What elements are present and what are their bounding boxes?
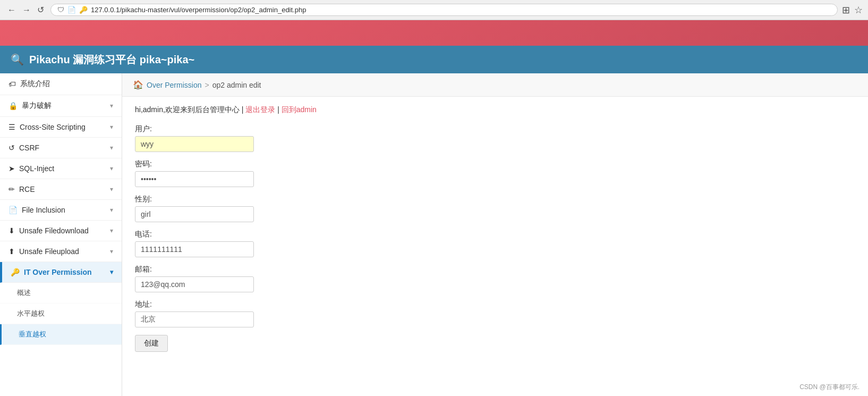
top-stripe (0, 20, 868, 46)
lock-icon: 🔑 (79, 6, 88, 14)
home-icon: 🏠 (133, 80, 143, 90)
logout-link[interactable]: 退出登录 (245, 105, 275, 114)
content-area: 🏠 Over Permission > op2 admin edit hi,ad… (122, 73, 868, 396)
csrf-icon: ↺ (8, 144, 15, 152)
sidebar-label-rce: RCE (19, 185, 35, 193)
chevron-down-icon-xss: ▾ (110, 123, 113, 131)
chevron-down-icon-ul: ▾ (110, 248, 113, 255)
sidebar-item-intro[interactable]: 🏷 系统介绍 (0, 73, 122, 95)
welcome-text: hi,admin,欢迎来到后台管理中心 | 退出登录 | 回到admin (135, 105, 855, 115)
sidebar-label-fileinclusion: File Inclusion (22, 206, 65, 214)
file-icon: 📄 (8, 206, 18, 214)
sidebar-item-filedownload[interactable]: ⬇ Unsafe Filedownload ▾ (0, 221, 122, 241)
refresh-button[interactable]: ↺ (35, 4, 46, 16)
sidebar-item-fileupload[interactable]: ⬆ Unsafe Fileupload ▾ (0, 241, 122, 262)
xss-icon: ☰ (8, 123, 15, 131)
qr-icon[interactable]: ⊞ (842, 4, 850, 16)
tag-icon: 🏷 (8, 80, 16, 88)
upload-icon: ⬆ (8, 247, 15, 256)
address-input[interactable] (135, 311, 254, 327)
shield-icon: 🛡 (57, 6, 64, 14)
email-group: 邮箱: (135, 265, 855, 292)
sub-label-overview: 概述 (17, 289, 31, 297)
chevron-down-icon-csrf: ▾ (110, 144, 113, 151)
main-layout: 🏷 系统介绍 🔒 暴力破解 ▾ ☰ Cross-Site Scripting ▾… (0, 73, 868, 396)
app-title: Pikachu 漏洞练习平台 pika~pika~ (29, 53, 194, 67)
breadcrumb-parent[interactable]: Over Permission (147, 81, 201, 89)
sidebar-label-fileupload: Unsafe Fileupload (19, 247, 79, 256)
user-input[interactable] (135, 136, 254, 152)
sidebar: 🏷 系统介绍 🔒 暴力破解 ▾ ☰ Cross-Site Scripting ▾… (0, 73, 122, 396)
address-label: 地址: (135, 300, 855, 309)
app-header: 🔍 Pikachu 漏洞练习平台 pika~pika~ (0, 46, 868, 73)
back-admin-link[interactable]: 回到admin (282, 105, 317, 114)
welcome-separator: | (277, 105, 279, 114)
sidebar-label-xss: Cross-Site Scripting (20, 123, 86, 131)
chevron-down-icon-sql: ▾ (110, 165, 113, 172)
key-icon: 🔑 (11, 268, 20, 276)
address-group: 地址: (135, 300, 855, 327)
browser-actions: ⊞ ☆ (842, 4, 863, 16)
sidebar-label-sqlinject: SQL-Inject (19, 164, 54, 173)
download-icon: ⬇ (8, 226, 15, 235)
gender-label: 性别: (135, 195, 855, 204)
sidebar-sub-item-vertical[interactable]: 垂直越权 (0, 324, 122, 345)
sidebar-item-xss[interactable]: ☰ Cross-Site Scripting ▾ (0, 117, 122, 138)
phone-label: 电话: (135, 230, 855, 239)
nav-buttons: ← → ↺ (5, 4, 46, 16)
forward-button[interactable]: → (20, 4, 33, 16)
email-label: 邮箱: (135, 265, 855, 274)
submit-button[interactable]: 创建 (135, 335, 168, 352)
phone-input[interactable] (135, 241, 254, 257)
phone-group: 电话: (135, 230, 855, 257)
chevron-down-icon-rce: ▾ (110, 186, 113, 193)
welcome-static: hi,admin,欢迎来到后台管理中心 | (135, 105, 245, 114)
sidebar-sub-item-overview[interactable]: 概述 (0, 283, 122, 304)
breadcrumb-current: op2 admin edit (212, 81, 261, 89)
password-label: 密码: (135, 159, 855, 169)
sidebar-label-bruteforce: 暴力破解 (22, 101, 52, 111)
password-input[interactable] (135, 171, 254, 187)
sidebar-sub-item-horizontal[interactable]: 水平越权 (0, 304, 122, 324)
sub-label-horizontal: 水平越权 (17, 309, 45, 317)
sidebar-label-csrf: CSRF (19, 144, 39, 152)
back-button[interactable]: ← (5, 4, 18, 16)
password-group: 密码: (135, 159, 855, 187)
sidebar-item-fileinclusion[interactable]: 📄 File Inclusion ▾ (0, 200, 122, 221)
gender-input[interactable] (135, 206, 254, 222)
sidebar-label-intro: 系统介绍 (20, 79, 50, 89)
chevron-down-icon-dl: ▾ (110, 227, 113, 234)
email-input[interactable] (135, 276, 254, 292)
chevron-down-icon-op: ▾ (110, 268, 113, 276)
rce-icon: ✏ (8, 185, 15, 193)
sidebar-item-sqlinject[interactable]: ➤ SQL-Inject ▾ (0, 158, 122, 179)
breadcrumb: 🏠 Over Permission > op2 admin edit (122, 73, 868, 97)
chevron-down-icon-file: ▾ (110, 206, 113, 214)
user-group: 用户: (135, 124, 855, 152)
address-bar[interactable]: 🛡 📄 🔑 127.0.0.1/pikachu-master/vul/overp… (50, 4, 838, 16)
browser-chrome: ← → ↺ 🛡 📄 🔑 127.0.0.1/pikachu-master/vul… (0, 0, 868, 20)
sidebar-item-csrf[interactable]: ↺ CSRF ▾ (0, 138, 122, 158)
sql-icon: ➤ (8, 164, 15, 173)
user-label: 用户: (135, 124, 855, 134)
gender-group: 性别: (135, 195, 855, 222)
breadcrumb-separator: > (205, 81, 209, 89)
sidebar-item-rce[interactable]: ✏ RCE ▾ (0, 179, 122, 200)
sub-label-vertical: 垂直越权 (19, 330, 46, 338)
lock-icon: 🔒 (8, 102, 18, 110)
page-icon: 📄 (67, 6, 76, 14)
star-icon[interactable]: ☆ (854, 4, 863, 16)
sidebar-item-overpermission[interactable]: 🔑 IT Over Permission ▾ (0, 262, 122, 283)
url-text: 127.0.0.1/pikachu-master/vul/overpermiss… (91, 6, 831, 14)
form-area: hi,admin,欢迎来到后台管理中心 | 退出登录 | 回到admin 用户:… (122, 97, 868, 360)
chevron-down-icon: ▾ (110, 102, 113, 109)
sidebar-label-filedownload: Unsafe Filedownload (19, 226, 89, 235)
sidebar-label-overpermission: IT Over Permission (24, 268, 92, 276)
footer-text: CSDN @百事都可乐. (799, 383, 860, 392)
app-icon: 🔍 (11, 53, 24, 66)
sidebar-item-bruteforce[interactable]: 🔒 暴力破解 ▾ (0, 95, 122, 117)
